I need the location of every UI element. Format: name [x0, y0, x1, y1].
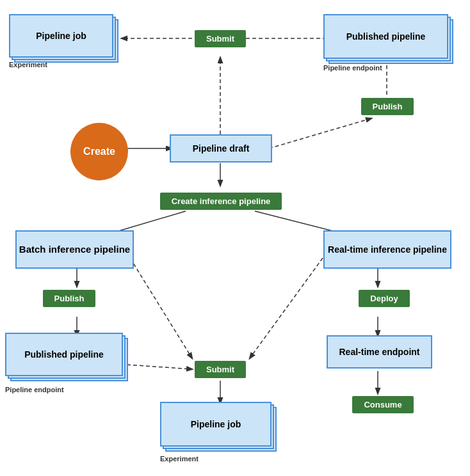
create-inference-button[interactable]: Create inference pipeline — [160, 193, 282, 210]
submit-bottom-box: Submit — [188, 355, 252, 383]
pipeline-job-bottom-stack: Pipeline job Experiment — [160, 402, 282, 463]
published-pipeline-bottom-sublabel: Pipeline endpoint — [5, 386, 64, 393]
published-pipeline-top-label: Published pipeline — [346, 31, 426, 42]
svg-line-12 — [127, 253, 192, 358]
create-label: Create — [83, 146, 115, 157]
realtime-endpoint-box: Real-time endpoint — [327, 335, 432, 369]
submit-top-box: Submit — [188, 24, 252, 52]
pipeline-job-top-stack: Pipeline job Experiment — [9, 14, 121, 68]
pipeline-job-top-label: Pipeline job — [36, 31, 86, 42]
batch-inference-label: Batch inference pipeline — [19, 244, 130, 255]
deploy-box: Deploy — [359, 287, 410, 310]
published-pipeline-bottom-stack: Published pipeline Pipeline endpoint — [5, 333, 133, 393]
published-pipeline-top-stack: Published pipeline Pipeline endpoint — [323, 14, 458, 72]
svg-line-3 — [269, 118, 371, 148]
create-circle: Create — [70, 123, 128, 180]
diagram: Pipeline job Experiment Submit Published… — [0, 0, 470, 476]
batch-inference-box: Batch inference pipeline — [15, 230, 134, 269]
publish-batch-box: Publish — [44, 287, 95, 310]
published-pipeline-bottom-label: Published pipeline — [24, 349, 104, 360]
publish-top-box: Publish — [362, 95, 413, 118]
consume-box: Consume — [357, 393, 409, 416]
create-inference-box: Create inference pipeline — [178, 186, 264, 216]
publish-top-button[interactable]: Publish — [361, 98, 414, 115]
deploy-button[interactable]: Deploy — [359, 290, 409, 307]
pipeline-draft-box: Pipeline draft — [170, 134, 272, 163]
submit-bottom-button[interactable]: Submit — [195, 361, 246, 378]
published-pipeline-top-sublabel: Pipeline endpoint — [323, 64, 382, 72]
realtime-inference-label: Real-time inference pipeline — [328, 244, 447, 255]
pipeline-job-top-sublabel: Experiment — [9, 61, 47, 68]
pipeline-job-bottom-sublabel: Experiment — [160, 455, 199, 463]
svg-line-11 — [127, 365, 192, 369]
submit-top-button[interactable]: Submit — [195, 30, 246, 47]
realtime-inference-box: Real-time inference pipeline — [323, 230, 451, 269]
pipeline-draft-label: Pipeline draft — [193, 143, 250, 154]
pipeline-job-bottom-label: Pipeline job — [191, 419, 241, 430]
realtime-endpoint-label: Real-time endpoint — [339, 347, 419, 358]
svg-line-13 — [250, 253, 327, 358]
publish-batch-button[interactable]: Publish — [43, 290, 96, 307]
consume-button[interactable]: Consume — [352, 396, 413, 413]
